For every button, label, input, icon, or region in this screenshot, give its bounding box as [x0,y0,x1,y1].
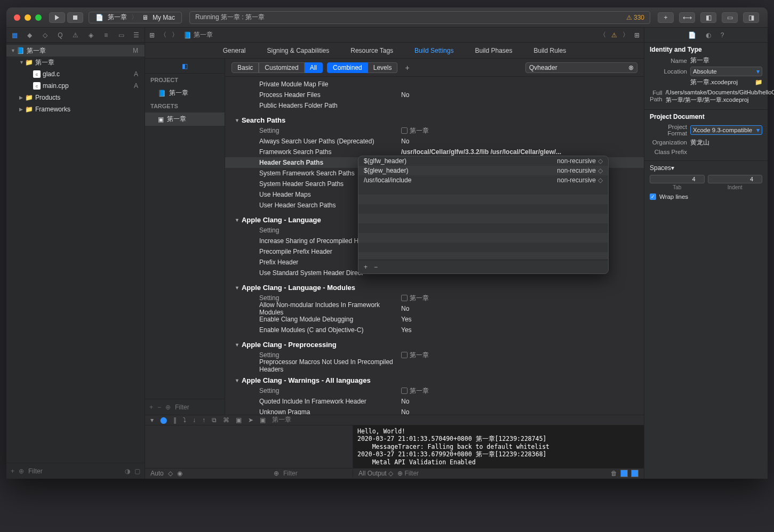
scheme-selector[interactable]: 📄 第一章 〉 🖥 My Mac [89,12,182,23]
scope-basic[interactable]: Basic [232,62,259,73]
find-navigator-icon[interactable]: Q [57,31,65,39]
warning-count[interactable]: ⚠ 330 [626,14,644,21]
stop-button[interactable] [67,12,83,23]
tab-resource[interactable]: Resource Tags [350,47,393,54]
remove-target-icon[interactable]: − [157,404,161,411]
section-clang-pre[interactable]: ▼Apple Clang - Preprocessing [225,335,644,350]
vars-filter-input[interactable] [283,470,347,477]
back-icon[interactable]: 〈 [160,30,166,39]
prev-issue-icon[interactable]: 〈 [600,30,606,39]
clear-search-icon[interactable]: ⊗ [628,64,634,71]
search-path-row[interactable]: $(glfw_header)non-recursive◇ [358,156,608,166]
eye-icon[interactable]: ◉ [177,470,182,477]
organization-value[interactable]: 黄龙山 [690,139,762,147]
tab-general[interactable]: General [223,47,246,54]
tab-width-input[interactable] [650,175,705,183]
wrap-lines-checkbox[interactable]: ✓Wrap lines [650,194,762,200]
debug-view-icon[interactable]: ⧉ [212,416,217,424]
scope-combined[interactable]: Combined [327,62,368,73]
pause-icon[interactable]: ‖ [173,416,177,424]
history-inspector-icon[interactable]: ◐ [706,31,711,39]
memory-graph-icon[interactable]: ⌘ [223,416,229,424]
close-window[interactable] [14,14,20,21]
run-button[interactable] [49,12,65,23]
folder-icon[interactable]: 📁 [755,78,762,86]
tab-build-rules[interactable]: Build Rules [534,47,566,54]
section-clang-modules[interactable]: ▼Apple Clang - Language - Modules [225,278,644,293]
step-over-icon[interactable]: ⤵ [183,416,186,424]
show-console-icon[interactable] [631,470,639,477]
recent-icon[interactable]: ◑ [125,467,130,475]
related-items-icon[interactable]: ⊞ [149,31,155,39]
auto-scope-label[interactable]: Auto [150,470,164,477]
trash-icon[interactable]: 🗑 [611,470,617,477]
minimize-window[interactable] [25,14,31,21]
name-value[interactable]: 第一章 [690,57,762,65]
step-into-icon[interactable]: ↓ [193,416,196,424]
hide-debug-icon[interactable]: ▾ [150,416,154,424]
file-main[interactable]: c main.cpp A [6,80,145,92]
output-scope-label[interactable]: All Output [358,470,387,477]
symbol-navigator-icon[interactable]: ◇ [41,31,49,39]
location-select[interactable]: Absolute▾ [690,67,762,76]
status-text: Running 第一章 : 第一章 [195,13,265,22]
tab-signing[interactable]: Signing & Capabilities [267,47,329,54]
project-format-select[interactable]: Xcode 9.3-compatible▾ [690,125,762,135]
warn-icon[interactable]: ⚠ [611,31,617,39]
add-target-icon[interactable]: + [149,404,153,411]
next-issue-icon[interactable]: 〉 [623,30,629,39]
console-filter-input[interactable] [404,470,468,477]
toggle-left-panel[interactable]: ◧ [700,12,716,23]
source-control-icon[interactable]: ◆ [26,31,34,39]
project-navigator-icon[interactable]: ▦ [11,31,19,39]
add-path-icon[interactable]: + [364,263,368,271]
scope-customized[interactable]: Customized [259,62,304,73]
project-root[interactable]: ▼📘 第一章 M [6,45,145,57]
folder-products[interactable]: ▶📁 Products [6,92,145,103]
code-review-button[interactable]: ⟷ [679,12,695,23]
debug-navigator-icon[interactable]: ≡ [102,31,110,39]
setting-value[interactable]: No [401,91,644,99]
file-glad[interactable]: c glad.c A [6,68,145,80]
scm-icon[interactable]: ▢ [134,467,140,475]
add-file-icon[interactable]: + [11,467,14,475]
issue-navigator-icon[interactable]: ⚠ [71,31,79,39]
scope-all[interactable]: All [305,62,323,73]
indent-width-input[interactable] [708,175,763,183]
scope-levels[interactable]: Levels [368,62,398,73]
section-clang-warn[interactable]: ▼Apple Clang - Warnings - All languages [225,371,644,385]
navigator-filter-input[interactable] [28,467,121,475]
environment-icon[interactable]: ▣ [236,416,242,424]
location-icon[interactable]: ➤ [248,416,253,424]
toggle-right-panel[interactable]: ◨ [743,12,759,23]
add-button[interactable]: + [658,12,674,23]
search-path-row[interactable]: $(glew_header)non-recursive◇ [358,166,608,175]
toggle-bottom-panel[interactable]: ▭ [722,12,738,23]
tab-build-phases[interactable]: Build Phases [475,47,512,54]
test-navigator-icon[interactable]: ◈ [87,31,95,39]
process-label[interactable]: 第一章 [272,415,291,424]
folder-frameworks[interactable]: ▶📁 Frameworks [6,103,145,115]
show-vars-icon[interactable] [620,470,628,477]
breakpoints-icon[interactable]: ⬤ [160,416,167,424]
assistant-icon[interactable]: ⊞ [634,31,640,39]
settings-search-input[interactable] [537,64,628,71]
add-setting-icon[interactable]: + [402,63,412,72]
search-path-row[interactable]: /usr/local/includenon-recursive◇ [358,175,608,185]
step-out-icon[interactable]: ↑ [202,416,205,424]
zoom-window[interactable] [35,14,42,21]
breakpoint-navigator-icon[interactable]: ▭ [117,31,125,39]
section-search-paths[interactable]: ▼Search Paths [225,111,644,125]
project-item[interactable]: 📘第一章 [145,86,225,100]
file-inspector-icon[interactable]: 📄 [688,31,696,39]
target-item[interactable]: ▣第一章 [145,112,225,126]
tab-build-settings[interactable]: Build Settings [414,47,453,54]
indent-using-select[interactable]: Spaces▾ [650,164,762,172]
help-inspector-icon[interactable]: ? [721,31,724,39]
forward-icon[interactable]: 〉 [172,30,178,39]
folder-1[interactable]: ▼📁 第一章 [6,57,145,68]
remove-path-icon[interactable]: − [374,263,378,271]
report-navigator-icon[interactable]: ☰ [133,31,141,39]
sidebar-toggle-icon[interactable]: ◧ [145,59,225,74]
breadcrumb[interactable]: 📘 第一章 [183,30,213,39]
